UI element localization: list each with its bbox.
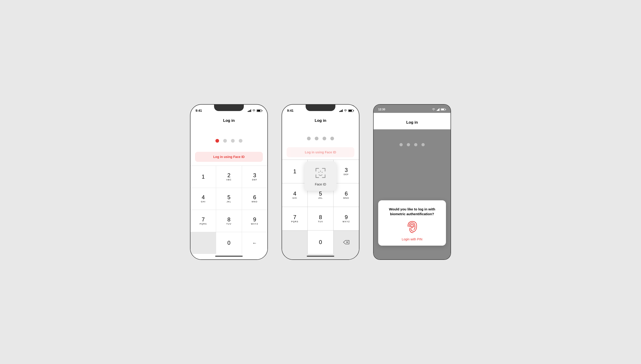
phone1-key-9[interactable]: 9WXYZ — [242, 210, 268, 232]
phone2-wifi-icon — [344, 109, 347, 112]
phone1-face-id-button[interactable]: Log in using Face ID — [195, 152, 263, 162]
phone2-key-back[interactable] — [334, 230, 359, 254]
phone2-dot-4 — [330, 137, 334, 140]
phone2-dot-2 — [315, 137, 318, 140]
phone2-key-7[interactable]: 7PQRS — [282, 207, 308, 230]
phone3-dot-4 — [422, 143, 425, 146]
phone2-key-3[interactable]: 3DEF — [334, 160, 359, 183]
phone3-frame: 12:30 — [373, 104, 451, 260]
phone2-face-id-label: Face ID — [315, 182, 326, 186]
phone1-key-8[interactable]: 8TUV — [216, 210, 242, 232]
phone3-battery-icon — [441, 108, 446, 110]
phone3-login-pin-button[interactable]: Login with PIN — [402, 238, 422, 241]
phone1-key-3[interactable]: 3DEF — [242, 166, 268, 188]
phone1-numpad: 1 2ABC 3DEF 4GHI 5JKL 6MNO 7PQRS 8TUV 9W… — [190, 166, 268, 254]
phone1-key-4[interactable]: 4GHI — [190, 188, 216, 210]
phone3-dot-1 — [400, 143, 403, 146]
phone1-title: Log in — [190, 115, 268, 125]
phone2-face-id-button[interactable]: Log in using Face ID — [286, 147, 354, 157]
phone1-frame: 9:41 Log in — [190, 104, 268, 260]
phone3-fingerprint-icon — [405, 220, 419, 234]
phone2-key-8[interactable]: 8TUV — [308, 207, 333, 230]
phone2-signal-icon — [339, 109, 343, 112]
phone2-home-indicator — [282, 254, 359, 260]
phone1-dot-4 — [239, 139, 242, 142]
phone1-key-1[interactable]: 1 — [190, 166, 216, 188]
phone2-key-9[interactable]: 9WXYZ — [334, 207, 359, 230]
phone2-time: 9:41 — [287, 109, 294, 112]
phone2-key-4[interactable]: 4GHI — [282, 183, 308, 207]
phone2-face-id-icon — [314, 166, 327, 180]
phone3-status-bar: 12:30 — [374, 104, 450, 113]
svg-point-1 — [322, 172, 322, 172]
phone2-battery-icon — [348, 110, 354, 112]
phone3-pin-dots-area — [374, 129, 450, 156]
phone2-frame: 9:41 Log in — [282, 104, 360, 260]
phone3-signal-icon — [436, 108, 440, 111]
phone3-title: Log in — [374, 116, 450, 127]
phone2-key-1[interactable]: 1 — [282, 160, 308, 183]
phone1-signal-icon — [248, 109, 251, 112]
phone1-key-6[interactable]: 6MNO — [242, 188, 268, 210]
phone1-key-empty — [190, 232, 216, 254]
phone2-status-icons — [339, 109, 354, 112]
svg-point-6 — [411, 226, 413, 228]
phone2-notch — [306, 104, 336, 111]
phone1-key-0[interactable]: 0 — [216, 232, 242, 254]
phone2-pin-dots — [282, 125, 359, 147]
phone1-notch — [214, 104, 244, 111]
phone3-wifi-icon — [432, 108, 435, 111]
phone1-key-5[interactable]: 5JKL — [216, 188, 242, 210]
phone1-battery-icon — [257, 110, 262, 112]
phone2-backspace-icon — [343, 240, 349, 244]
phone2-dot-1 — [307, 137, 311, 140]
phone3-time: 12:30 — [378, 108, 385, 111]
phone1-time: 9:41 — [196, 109, 202, 112]
phone2-key-empty — [282, 230, 308, 254]
svg-marker-5 — [436, 108, 440, 111]
phone3-status-icons — [432, 108, 446, 111]
phone2-key-0[interactable]: 0 — [308, 230, 333, 254]
phone2-dot-3 — [322, 137, 326, 140]
phone1-status-icons — [248, 109, 262, 112]
phone2-face-id-overlay: Face ID — [304, 162, 336, 191]
svg-point-0 — [318, 172, 319, 172]
phone3-title-area: Log in — [374, 113, 450, 129]
phone1-dot-3 — [231, 139, 235, 142]
phone3-dot-3 — [414, 143, 417, 146]
phone3-dot-2 — [407, 143, 410, 146]
phone3-biometric-text: Would you like to log in with biometric … — [384, 207, 440, 216]
phone1-pin-dots — [190, 125, 268, 152]
phone1-dot-2 — [223, 139, 227, 142]
phone1-wifi-icon — [252, 109, 256, 112]
phone2-key-6[interactable]: 6MNO — [334, 183, 359, 207]
phone1-key-back[interactable]: ← — [242, 232, 268, 254]
phone1-dot-1 — [216, 139, 219, 142]
phone1-key-2[interactable]: 2ABC — [216, 166, 242, 188]
phone2-title: Log in — [282, 115, 359, 125]
phone3-biometric-dialog: Would you like to log in with biometric … — [378, 200, 446, 246]
phone1-key-7[interactable]: 7PQRS — [190, 210, 216, 232]
phone1-home-indicator — [190, 254, 268, 260]
